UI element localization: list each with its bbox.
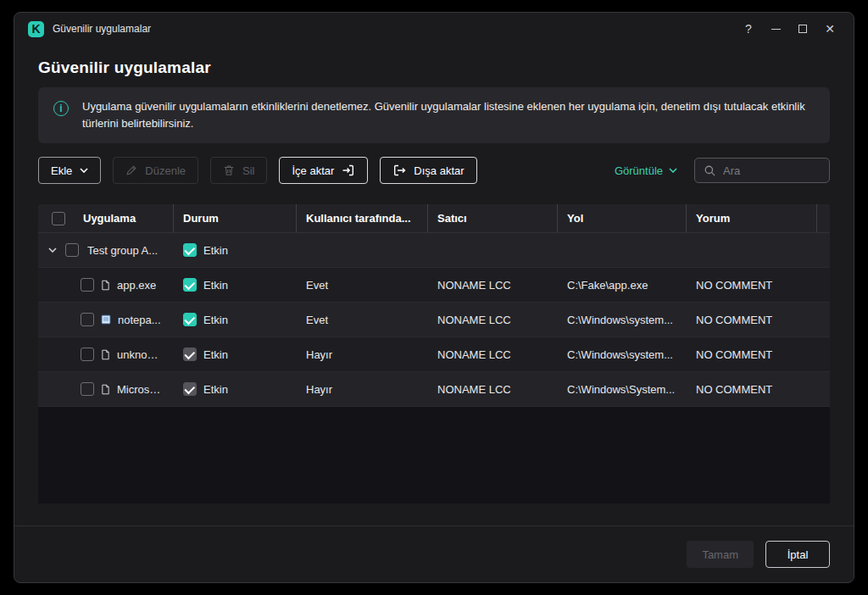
export-button[interactable]: Dışa aktar [380, 157, 476, 184]
status-label: Etkin [203, 348, 228, 361]
comment-cell: NO COMMENT [686, 303, 816, 336]
help-button[interactable]: ? [735, 16, 762, 42]
minimize-button[interactable] [762, 16, 789, 42]
select-all-checkbox[interactable] [52, 212, 65, 225]
table-row[interactable]: notepa... Etkin Evet NONAME LCC C:\Windo… [38, 303, 830, 337]
delete-button-label: Sil [242, 164, 254, 177]
file-icon [100, 383, 111, 396]
search-input[interactable] [723, 164, 821, 177]
kaspersky-logo-icon: K [28, 21, 44, 37]
user-defined-cell: Evet [296, 303, 427, 336]
status-checkbox[interactable] [183, 313, 197, 326]
app-name: app.exe [117, 279, 156, 292]
table-row[interactable]: Microsoft... Etkin Hayır NONAME LCC C:\W… [38, 372, 830, 407]
applications-table: Uygulama Durum Kullanıcı tarafında... Sa… [38, 204, 830, 503]
ok-button[interactable]: Tamam [687, 541, 754, 568]
status-checkbox[interactable] [183, 348, 197, 361]
maximize-button[interactable] [789, 16, 816, 42]
group-name: Test group A... [87, 244, 158, 257]
row-select-checkbox[interactable] [81, 313, 94, 326]
search-icon [704, 164, 716, 177]
comment-cell: NO COMMENT [686, 268, 816, 302]
status-label: Etkin [203, 314, 228, 326]
table-header-row: Uygulama Durum Kullanıcı tarafında... Sa… [38, 204, 830, 233]
row-select-checkbox[interactable] [81, 382, 94, 396]
maximize-icon [798, 25, 807, 33]
view-button[interactable]: Görüntüle [615, 164, 677, 177]
add-button-label: Ekle [51, 164, 72, 177]
vendor-cell: NONAME LCC [427, 337, 557, 371]
path-cell: C:\Fake\app.exe [557, 268, 686, 302]
table-row-group[interactable]: Test group A... Etkin [38, 233, 830, 268]
status-checkbox[interactable] [183, 278, 197, 292]
chevron-down-icon [80, 168, 88, 173]
comment-cell: NO COMMENT [686, 372, 816, 406]
edit-button[interactable]: Düzenle [113, 157, 198, 184]
table-empty-area [38, 407, 830, 503]
row-select-checkbox[interactable] [81, 348, 94, 361]
file-icon [100, 348, 111, 361]
status-checkbox[interactable] [183, 382, 197, 396]
chevron-down-icon[interactable] [48, 247, 57, 253]
status-label: Etkin [203, 279, 228, 292]
toolbar: Ekle Düzenle Sil İçe aktar Dışa a [38, 157, 830, 184]
info-icon: i [53, 101, 69, 116]
table-row[interactable]: unknown.... Etkin Hayır NONAME LCC C:\Wi… [38, 337, 830, 372]
col-header-comment[interactable]: Yorum [686, 204, 816, 232]
path-cell: C:\Windows\system... [557, 337, 686, 371]
search-box [694, 158, 830, 183]
window-title: Güvenilir uygulamalar [53, 23, 151, 35]
titlebar: K Güvenilir uygulamalar ? ✕ [14, 13, 854, 45]
view-button-label: Görüntüle [615, 164, 663, 177]
cancel-button[interactable]: İptal [765, 541, 830, 568]
user-defined-cell: Hayır [296, 372, 427, 406]
col-header-path[interactable]: Yol [557, 204, 686, 232]
notepad-icon [100, 314, 112, 325]
delete-button[interactable]: Sil [210, 157, 267, 184]
trash-icon [223, 164, 235, 176]
col-header-application[interactable]: Uygulama [73, 204, 173, 232]
path-cell: C:\Windows\System... [557, 372, 686, 406]
add-button[interactable]: Ekle [38, 157, 101, 184]
path-cell: C:\Windows\system... [557, 303, 686, 336]
import-icon [342, 164, 355, 177]
vendor-cell: NONAME LCC [427, 303, 557, 336]
edit-button-label: Düzenle [145, 164, 186, 177]
app-name: Microsoft... [117, 383, 163, 396]
app-window: K Güvenilir uygulamalar ? ✕ Güvenilir uy… [14, 12, 854, 583]
pencil-icon [125, 164, 137, 176]
page-content: Güvenilir uygulamalar i Uygulama güvenil… [14, 45, 854, 525]
col-header-extra [816, 204, 830, 232]
chevron-down-icon [669, 168, 677, 173]
user-defined-cell: Evet [296, 268, 427, 302]
export-icon [392, 164, 406, 177]
vendor-cell: NONAME LCC [427, 268, 557, 302]
row-select-checkbox[interactable] [81, 278, 94, 292]
page-title: Güvenilir uygulamalar [38, 58, 830, 77]
col-header-vendor[interactable]: Satıcı [427, 204, 557, 232]
status-checkbox[interactable] [183, 243, 197, 257]
info-banner-text: Uygulama güvenilir uygulamaların etkinli… [82, 98, 815, 132]
dialog-footer: Tamam İptal [14, 525, 854, 582]
export-button-label: Dışa aktar [414, 164, 464, 177]
user-defined-cell: Hayır [296, 337, 427, 371]
col-header-user-defined[interactable]: Kullanıcı tarafında... [296, 204, 427, 232]
comment-cell: NO COMMENT [686, 337, 816, 371]
info-banner: i Uygulama güvenilir uygulamaların etkin… [38, 87, 830, 143]
import-button-label: İçe aktar [292, 164, 334, 177]
minimize-icon [771, 29, 781, 30]
status-label: Etkin [203, 383, 228, 396]
close-button[interactable]: ✕ [816, 16, 843, 42]
import-button[interactable]: İçe aktar [279, 157, 368, 184]
status-label: Etkin [203, 244, 228, 257]
vendor-cell: NONAME LCC [427, 372, 557, 406]
table-row[interactable]: app.exe Etkin Evet NONAME LCC C:\Fake\ap… [38, 268, 830, 303]
col-header-status[interactable]: Durum [173, 204, 296, 232]
row-select-checkbox[interactable] [65, 243, 79, 257]
app-name: notepa... [118, 314, 161, 326]
app-name: unknown.... [117, 348, 163, 361]
file-icon [100, 279, 111, 292]
